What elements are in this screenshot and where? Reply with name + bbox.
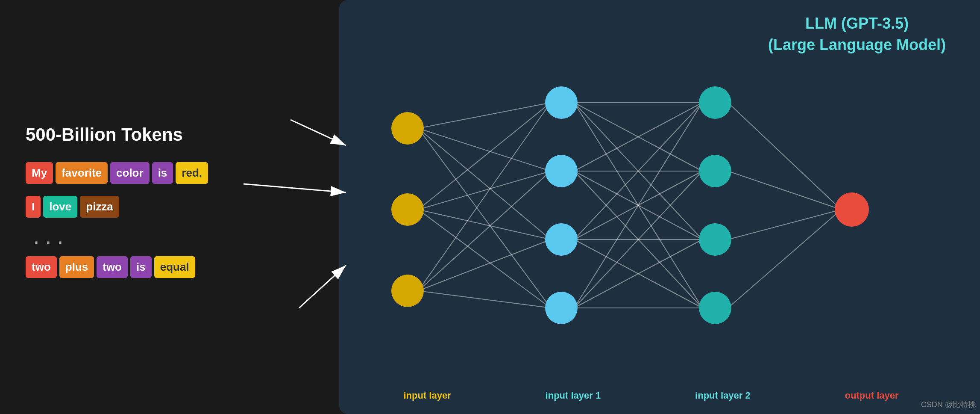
right-section: LLM (GPT-3.5) (Large Language Model) (339, 0, 980, 414)
main-title: 500-Billion Tokens (26, 124, 372, 145)
llm-title: LLM (GPT-3.5) (Large Language Model) (768, 13, 946, 56)
label-hidden-layer-1: input layer 1 (546, 390, 601, 401)
input-node-1 (391, 112, 424, 145)
token: equal (154, 256, 195, 278)
label-input-layer: input layer (403, 390, 451, 401)
svg-line-8 (418, 103, 551, 291)
neural-network-diagram (356, 51, 946, 385)
svg-line-4 (418, 103, 551, 210)
token: red. (176, 162, 208, 184)
svg-line-0 (418, 103, 551, 128)
layer-labels: input layer input layer 1 input layer 2 … (356, 390, 946, 401)
svg-line-9 (418, 171, 551, 291)
input-node-3 (391, 275, 424, 307)
hidden2-node-1 (699, 86, 731, 119)
dots: · · · (34, 234, 372, 252)
svg-line-3 (418, 128, 551, 308)
hidden1-node-3 (545, 223, 578, 256)
token: favorite (56, 162, 108, 184)
token: two (97, 256, 128, 278)
token: I (26, 196, 41, 218)
svg-line-10 (418, 240, 551, 291)
hidden2-node-4 (699, 292, 731, 324)
hidden2-node-2 (699, 155, 731, 187)
svg-line-2 (418, 128, 551, 240)
svg-line-1 (418, 128, 551, 171)
svg-line-28 (728, 103, 841, 210)
hidden1-node-1 (545, 86, 578, 119)
token: two (26, 256, 57, 278)
sentence-row-2: Ilovepizza (26, 196, 372, 218)
token: is (152, 162, 173, 184)
svg-line-29 (728, 171, 841, 210)
svg-line-5 (418, 171, 551, 210)
watermark: CSDN @比特桃 (921, 399, 976, 410)
token: pizza (80, 196, 119, 218)
output-node (835, 192, 869, 227)
left-section: 500-Billion Tokens Myfavoritecolorisred.… (0, 0, 372, 414)
sentence-row-3: twoplustwoisequal (26, 256, 372, 278)
hidden1-node-2 (545, 155, 578, 187)
input-node-2 (391, 193, 424, 226)
label-hidden-layer-2: input layer 2 (695, 390, 751, 401)
token: My (26, 162, 53, 184)
token: is (130, 256, 152, 278)
token: love (43, 196, 77, 218)
hidden2-node-3 (699, 223, 731, 256)
token: color (110, 162, 150, 184)
label-output-layer: output layer (845, 390, 899, 401)
hidden1-node-4 (545, 292, 578, 324)
token: plus (59, 256, 94, 278)
sentence-row-1: Myfavoritecolorisred. (26, 162, 372, 184)
